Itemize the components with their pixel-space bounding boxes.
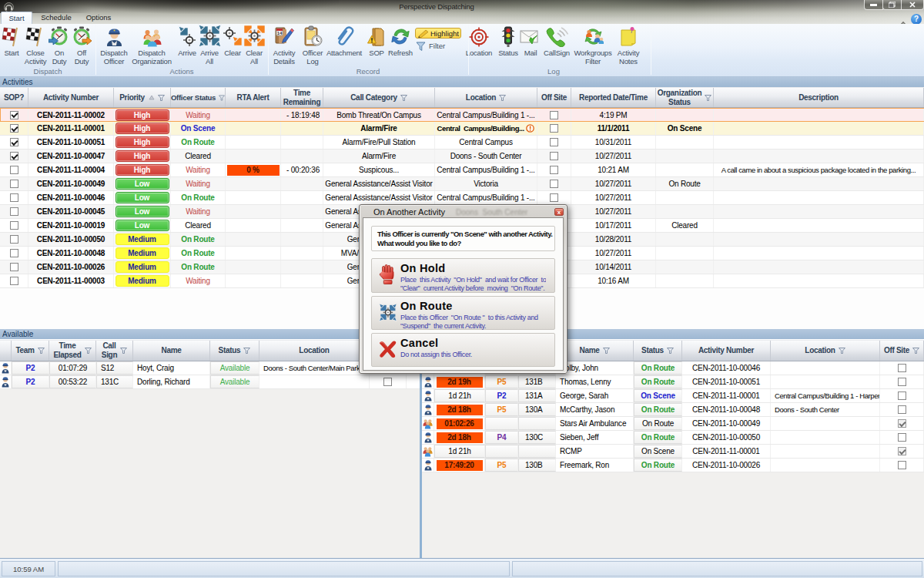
svg-text:14: 14 <box>277 31 283 35</box>
